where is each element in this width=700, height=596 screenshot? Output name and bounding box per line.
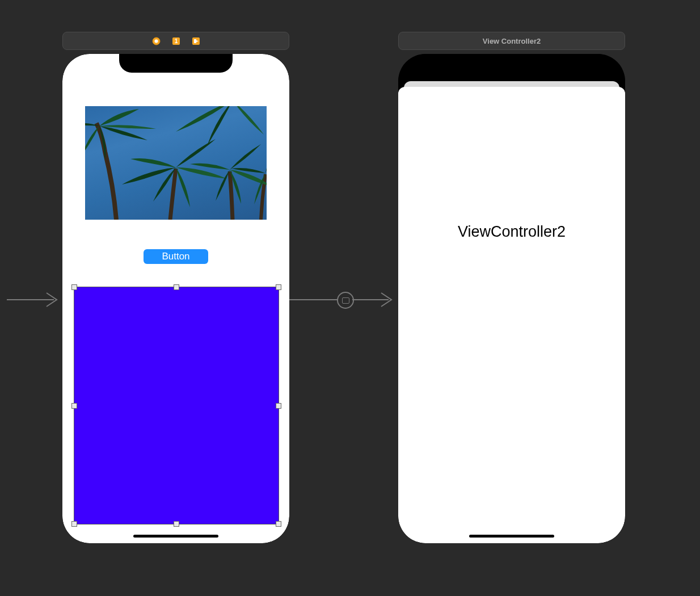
modal-sheet-vc2[interactable]: ViewController2 — [398, 87, 625, 543]
resize-handle-middle-left[interactable] — [71, 403, 77, 409]
segue-present-modal-icon[interactable] — [337, 292, 354, 309]
resize-handle-bottom-middle[interactable] — [174, 521, 179, 527]
resize-handle-middle-right[interactable] — [276, 403, 281, 409]
resize-handle-bottom-right[interactable] — [276, 521, 281, 527]
resize-handle-top-left[interactable] — [71, 284, 77, 290]
image-view-palms[interactable] — [85, 106, 267, 220]
segue-modal-glyph — [342, 297, 349, 304]
exit-icon[interactable] — [192, 37, 200, 45]
scene-bar-vc1[interactable]: 1 — [62, 32, 289, 50]
resize-handle-top-middle[interactable] — [174, 284, 179, 290]
selected-uiview[interactable] — [74, 287, 279, 524]
entry-point-arrow — [0, 289, 65, 310]
device-frame-vc1: Button — [62, 54, 289, 543]
device-notch — [119, 54, 233, 73]
scene-bar-vc2[interactable]: View Controller2 — [398, 32, 625, 50]
home-indicator — [133, 535, 218, 538]
device-screen-vc1[interactable]: Button — [62, 54, 289, 543]
device-frame-vc2: ViewController2 — [398, 54, 625, 543]
resize-handle-top-right[interactable] — [276, 284, 281, 290]
scene-dock-icons: 1 — [152, 37, 200, 45]
view-controller-icon[interactable] — [152, 37, 161, 45]
home-indicator — [469, 535, 554, 538]
resize-handle-bottom-left[interactable] — [71, 521, 77, 527]
button-container: Button — [62, 249, 289, 264]
scene-title-vc2: View Controller2 — [483, 37, 541, 45]
svg-text:1: 1 — [174, 38, 178, 44]
action-button[interactable]: Button — [144, 249, 208, 264]
svg-point-4 — [154, 39, 158, 43]
vc2-title-label: ViewController2 — [398, 223, 625, 241]
first-responder-icon[interactable]: 1 — [172, 37, 180, 45]
